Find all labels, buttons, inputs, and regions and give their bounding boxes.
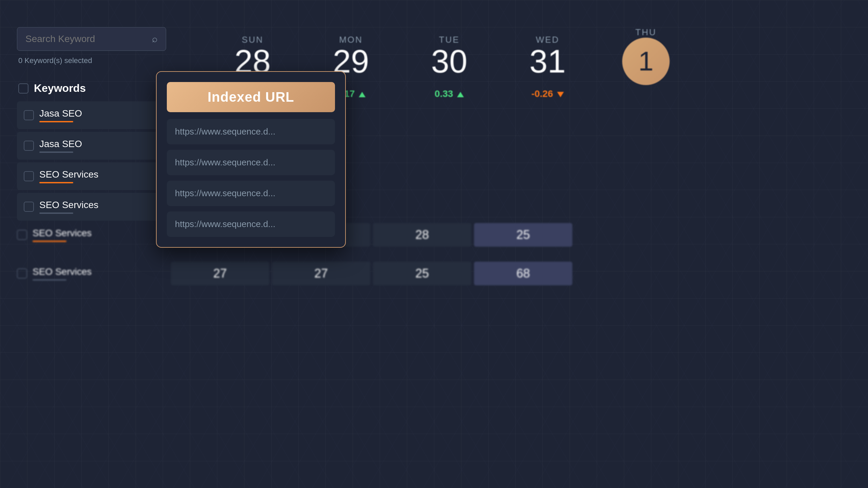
popup-url-4[interactable]: https://www.sequence.d... [167, 211, 335, 237]
keyword-label-jasa-seo-2: Jasa SEO [39, 139, 155, 153]
keyword-bar-jasa-seo-2 [39, 151, 73, 153]
checkbox-seo-services-2[interactable] [24, 202, 34, 212]
day-thu: THU 1 [597, 27, 695, 85]
keyword-name-jasa-seo-2: Jasa SEO [39, 139, 155, 149]
keywords-header-label: Keywords [34, 82, 86, 95]
keyword-bar-seo-services-2 [39, 212, 73, 214]
keyword-name-seo-services-2: SEO Services [39, 200, 155, 210]
row-label-col-2: SEO Services [17, 266, 170, 281]
score-wed: -0.26 [498, 88, 597, 99]
keyword-item-seo-services-2[interactable]: SEO Services › [17, 193, 170, 221]
data-row-checkbox-1[interactable] [17, 230, 27, 240]
keyword-label-seo-services-2: SEO Services [39, 200, 155, 214]
data-row-checkbox-2[interactable] [17, 268, 27, 279]
keyword-bar-jasa-seo-1 [39, 121, 73, 122]
popup-title: Indexed URL [208, 89, 294, 104]
arrow-down-wed [557, 92, 564, 97]
day-wed: WED 31 [498, 35, 597, 78]
keyword-panel: ⌕ 0 Keyword(s) selected Keywords Jasa SE… [17, 27, 170, 221]
url-text-1: https://www.sequence.d... [175, 126, 275, 137]
data-rows: SEO Services 28 27 28 25 SEO Services 27… [17, 217, 851, 294]
popup-url-2[interactable]: https://www.sequence.d... [167, 150, 335, 175]
keyword-item-jasa-seo-1[interactable]: Jasa SEO › [17, 101, 170, 129]
score-thu [597, 88, 695, 99]
keyword-item-jasa-seo-2[interactable]: Jasa SEO › [17, 132, 170, 160]
search-box[interactable]: ⌕ [17, 27, 166, 51]
popup-url-1[interactable]: https://www.sequence.d... [167, 119, 335, 144]
popup-header: Indexed URL [167, 82, 335, 112]
keyword-label-seo-services-1: SEO Services [39, 169, 155, 183]
keywords-header-row: Keywords [17, 75, 170, 101]
popup-overlay: Indexed URL https://www.sequence.d... ht… [156, 71, 346, 248]
data-row-2: SEO Services 27 27 25 68 [17, 256, 851, 291]
search-icon[interactable]: ⌕ [152, 34, 158, 44]
keyword-bar-seo-services-1 [39, 182, 73, 183]
search-input[interactable] [25, 34, 152, 44]
checkbox-jasa-seo-2[interactable] [24, 141, 34, 151]
keyword-item-seo-services-1[interactable]: SEO Services › [17, 162, 170, 190]
thu-circle: 1 [622, 38, 670, 85]
keyword-list: Jasa SEO › Jasa SEO › SEO Services › [17, 101, 170, 221]
popup-card: Indexed URL https://www.sequence.d... ht… [156, 71, 346, 248]
keyword-label-jasa-seo-1: Jasa SEO [39, 108, 155, 122]
keyword-name-jasa-seo-1: Jasa SEO [39, 108, 155, 119]
data-row-1: SEO Services 28 27 28 25 [17, 217, 851, 253]
header-checkbox[interactable] [18, 83, 28, 94]
checkbox-seo-services-1[interactable] [24, 171, 34, 181]
arrow-up-tue [457, 92, 464, 97]
day-tue: TUE 30 [400, 35, 498, 78]
url-text-3: https://www.sequence.d... [175, 188, 275, 198]
popup-url-3[interactable]: https://www.sequence.d... [167, 181, 335, 206]
checkbox-jasa-seo-1[interactable] [24, 110, 34, 120]
url-text-2: https://www.sequence.d... [175, 157, 275, 167]
row-label-col-1: SEO Services [17, 228, 170, 242]
keyword-count: 0 Keyword(s) selected [17, 56, 170, 65]
keyword-name-seo-services-1: SEO Services [39, 169, 155, 180]
url-text-4: https://www.sequence.d... [175, 219, 275, 229]
arrow-up-mon [359, 92, 366, 97]
score-tue: 0.33 [400, 88, 498, 99]
